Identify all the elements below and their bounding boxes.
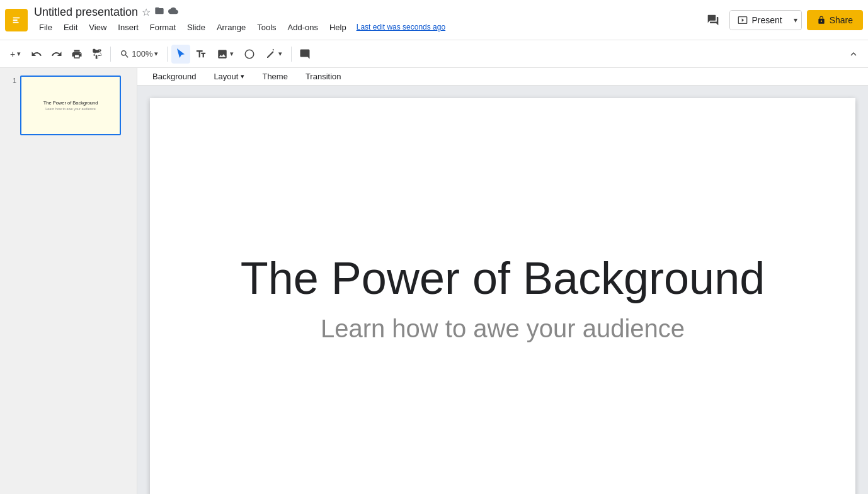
menu-format[interactable]: Format: [145, 20, 181, 35]
svg-rect-2: [13, 20, 18, 21]
app-logo[interactable]: [5, 9, 28, 31]
menu-help[interactable]: Help: [324, 20, 351, 35]
plus-icon: +: [10, 49, 15, 59]
zoom-arrow-icon: ▾: [154, 50, 158, 58]
new-slide-arrow: ▾: [17, 50, 21, 58]
cloud-icon[interactable]: [168, 6, 178, 18]
svg-rect-1: [13, 17, 20, 18]
menu-slide[interactable]: Slide: [182, 20, 210, 35]
slide-subtitle[interactable]: Learn how to awe your audience: [321, 315, 685, 343]
slide-canvas[interactable]: The Power of Background Learn how to awe…: [150, 98, 855, 494]
present-label: Present: [751, 15, 782, 25]
menu-edit[interactable]: Edit: [59, 20, 83, 35]
comment-button[interactable]: [295, 45, 314, 64]
main-area: 1 The Power of Background Learn how to a…: [0, 68, 868, 494]
topbar: Untitled presentation ☆ File Edit View I…: [0, 0, 868, 40]
star-icon[interactable]: ☆: [142, 6, 151, 18]
shape-button[interactable]: [240, 45, 259, 64]
share-label: Share: [830, 15, 853, 25]
separator-1: [110, 47, 111, 62]
layout-button[interactable]: Layout ▾: [206, 68, 252, 85]
menu-arrange[interactable]: Arrange: [212, 20, 251, 35]
theme-button[interactable]: Theme: [254, 68, 295, 85]
canvas-area: Background Layout ▾ Theme Transition The…: [137, 68, 868, 494]
select-tool-button[interactable]: [171, 45, 190, 64]
layout-arrow-icon: ▾: [241, 72, 244, 81]
line-button[interactable]: ▾: [260, 45, 287, 64]
menu-addons[interactable]: Add-ons: [283, 20, 323, 35]
menu-insert[interactable]: Insert: [113, 20, 144, 35]
menu-file[interactable]: File: [34, 20, 57, 35]
folder-icon[interactable]: [154, 6, 164, 18]
zoom-level: 100%: [132, 49, 152, 59]
transition-button[interactable]: Transition: [298, 68, 349, 85]
collapse-toolbar-button[interactable]: [844, 45, 863, 64]
slide-options-bar: Background Layout ▾ Theme Transition: [137, 68, 868, 86]
title-row: Untitled presentation ☆: [34, 6, 702, 19]
last-edit-label[interactable]: Last edit was seconds ago: [357, 23, 445, 31]
doc-title[interactable]: Untitled presentation: [34, 6, 138, 19]
slide-preview-subtitle: Learn how to awe your audience: [45, 107, 96, 111]
slide-canvas-wrapper: The Power of Background Learn how to awe…: [137, 86, 868, 494]
menu-view[interactable]: View: [84, 20, 111, 35]
redo-button[interactable]: [47, 45, 66, 64]
slide-number-1: 1: [6, 76, 16, 84]
comments-button[interactable]: [702, 9, 724, 31]
present-button-group: Present ▾: [729, 10, 801, 30]
layout-label: Layout: [214, 72, 238, 81]
slide-preview-title: The Power of Background: [43, 100, 98, 106]
text-box-button[interactable]: [191, 45, 210, 64]
slide-preview-1[interactable]: The Power of Background Learn how to awe…: [20, 76, 121, 135]
title-area: Untitled presentation ☆ File Edit View I…: [34, 6, 702, 35]
menu-tools[interactable]: Tools: [252, 20, 281, 35]
print-button[interactable]: [67, 45, 86, 64]
share-button[interactable]: Share: [807, 10, 863, 30]
image-button[interactable]: ▾: [212, 45, 239, 64]
present-main-button[interactable]: Present: [730, 11, 789, 30]
slides-panel: 1 The Power of Background Learn how to a…: [0, 68, 137, 494]
svg-point-4: [246, 50, 254, 59]
topbar-right: Present ▾ Share: [702, 9, 863, 31]
undo-button[interactable]: [27, 45, 46, 64]
separator-3: [291, 47, 292, 62]
present-dropdown-button[interactable]: ▾: [790, 11, 801, 29]
background-button[interactable]: Background: [145, 68, 203, 85]
zoom-button[interactable]: 100% ▾: [115, 45, 163, 64]
slide-thumbnail-1[interactable]: 1 The Power of Background Learn how to a…: [4, 73, 133, 138]
svg-rect-3: [13, 21, 19, 23]
new-slide-button[interactable]: + ▾: [5, 45, 26, 64]
menu-bar: File Edit View Insert Format Slide Arran…: [34, 20, 702, 35]
slide-title[interactable]: The Power of Background: [241, 252, 765, 305]
separator-2: [167, 47, 168, 62]
paint-format-button[interactable]: [88, 45, 106, 64]
toolbar: + ▾ 100% ▾ ▾ ▾: [0, 40, 868, 68]
